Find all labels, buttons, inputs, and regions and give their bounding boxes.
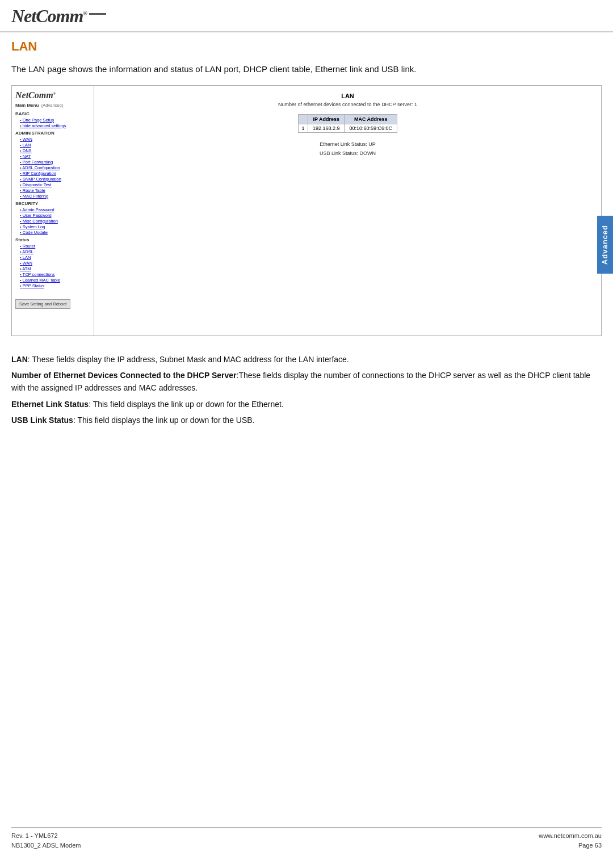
desc-lan: LAN: These fields display the IP address… (11, 353, 602, 366)
logo-reg: ® (83, 10, 86, 16)
admin-section-title: ADMINISTRATION (15, 131, 90, 136)
desc-usb-text: This field displays the link up or down … (77, 416, 254, 425)
table-cell-mac: 00:10:60:59:C6:0C (345, 124, 397, 132)
sidebar-link-diagnostic[interactable]: Diagnostic Test (15, 182, 90, 187)
table-header-ip: IP Address (308, 114, 345, 124)
table-header-num (298, 114, 308, 124)
footer-left: Rev. 1 - YML672 NB1300_2 ADSL Modem (11, 831, 81, 851)
sidebar-link-route-table[interactable]: Route Table (15, 188, 90, 193)
sidebar-link-admin-pwd[interactable]: Admin Password (15, 207, 90, 212)
footer-rev: Rev. 1 - YML672 (11, 831, 81, 841)
sidebar-link-ppp-status[interactable]: PPP Status (15, 283, 90, 288)
sidebar-link-code-update[interactable]: Code Update (15, 230, 90, 235)
desc-dhcp: Number of Ethernet Devices Connected to … (11, 369, 602, 395)
sidebar-link-hide-advanced[interactable]: hide advanced settings (15, 123, 90, 128)
sidebar-link-wan-status[interactable]: WAN (15, 261, 90, 266)
dhcp-subtitle: Number of ethernet devices connected to … (103, 102, 592, 107)
sidebar-link-one-page-setup[interactable]: One Page Setup (15, 118, 90, 123)
desc-ethernet-term: Ethernet Link Status (11, 400, 89, 409)
sidebar-link-lan[interactable]: LAN (15, 142, 90, 148)
ethernet-link-status: Ethernet Link Status: UP (103, 140, 592, 149)
basic-section-title: BASIC (15, 111, 90, 116)
sidebar-link-tcp[interactable]: TCP connections (15, 272, 90, 277)
desc-ethernet-sep: : (89, 400, 93, 409)
save-reboot-button[interactable]: Save Setting and Reboot (15, 299, 70, 309)
status-section-title: Status (15, 237, 90, 242)
footer-url: www.netcomm.com.au (539, 831, 602, 841)
sidebar-link-atm[interactable]: ATM (15, 266, 90, 271)
lan-title: LAN (0, 32, 613, 58)
advanced-link[interactable]: (Advanced) (41, 103, 63, 108)
sidebar-link-router[interactable]: Router (15, 244, 90, 249)
sidebar-link-user-pwd[interactable]: User Password (15, 213, 90, 218)
sidebar-link-adsl[interactable]: ADSL (15, 249, 90, 254)
sidebar-link-lan-status[interactable]: LAN (15, 255, 90, 260)
footer-page: Page 63 (539, 841, 602, 851)
sidebar-link-system-log[interactable]: System Log (15, 224, 90, 229)
sidebar-link-mac-filtering[interactable]: MAC Filtering (15, 194, 90, 199)
security-section-title: SECURITY (15, 201, 90, 206)
intro-text: The LAN page shows the information and s… (0, 58, 613, 85)
table-row: 1 192.168.2.9 00:10:60:59:C6:0C (298, 124, 397, 132)
sidebar-link-rip-config[interactable]: RIP Configuration (15, 171, 90, 176)
desc-usb: USB Link Status: This field displays the… (11, 414, 602, 426)
dhcp-table: IP Address MAC Address 1 192.168.2.9 00:… (298, 114, 397, 133)
sidebar-main-menu: Main Menu (Advanced) (15, 103, 90, 108)
desc-usb-term: USB Link Status (11, 416, 73, 425)
sidebar-logo: NetComm® (15, 90, 90, 100)
description-section: LAN: These fields display the IP address… (0, 347, 613, 436)
screenshot-sidebar: NetComm® Main Menu (Advanced) BASIC One … (12, 86, 94, 336)
footer-model: NB1300_2 ADSL Modem (11, 841, 81, 851)
sidebar-link-nat[interactable]: NAT (15, 154, 90, 159)
logo-text: NetComm® (11, 6, 87, 27)
logo-area: NetComm® (11, 6, 106, 27)
table-cell-num: 1 (298, 124, 308, 132)
sidebar-link-misc-config[interactable]: Misc Configuration (15, 219, 90, 224)
sidebar-link-learned-mac[interactable]: Learned MAC Table (15, 278, 90, 283)
usb-link-status: USB Link Status: DOWN (103, 149, 592, 158)
sidebar-link-wan[interactable]: WAN (15, 137, 90, 142)
footer: Rev. 1 - YML672 NB1300_2 ADSL Modem www.… (11, 827, 602, 851)
screenshot-page-title: LAN (103, 93, 592, 99)
sidebar-link-adsl-config[interactable]: ADSL Configuration (15, 165, 90, 170)
sidebar-link-dns[interactable]: DNS (15, 148, 90, 153)
desc-dhcp-term: Number of Ethernet Devices Connected to … (11, 371, 237, 380)
desc-ethernet-text: This field displays the link up or down … (93, 400, 284, 409)
desc-lan-term: LAN (11, 355, 28, 364)
footer-right: www.netcomm.com.au Page 63 (539, 831, 602, 851)
logo-dash (89, 13, 106, 15)
desc-lan-text: These fields display the IP address, Sub… (32, 355, 349, 364)
desc-ethernet: Ethernet Link Status: This field display… (11, 398, 602, 410)
table-cell-ip: 192.168.2.9 (308, 124, 345, 132)
sidebar-link-port-forwarding[interactable]: Port Forwarding (15, 160, 90, 165)
advanced-tab[interactable]: Advanced (597, 216, 613, 274)
link-status-area: Ethernet Link Status: UP USB Link Status… (103, 140, 592, 158)
sidebar-link-snmp-config[interactable]: SNMP Configuration (15, 177, 90, 182)
header: NetComm® (0, 0, 613, 32)
screenshot-content: LAN Number of ethernet devices connected… (94, 86, 601, 336)
screenshot-container: NetComm® Main Menu (Advanced) BASIC One … (11, 85, 602, 336)
table-header-mac: MAC Address (345, 114, 397, 124)
